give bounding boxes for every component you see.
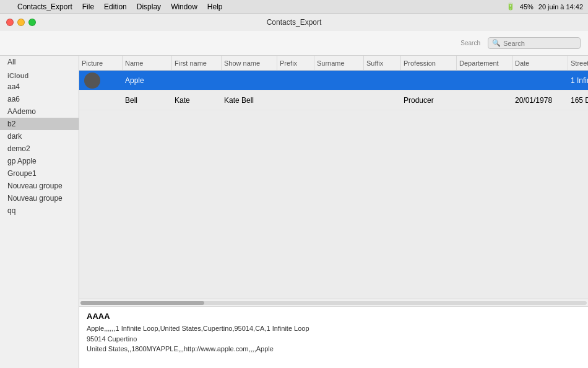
sidebar-item-aa6[interactable]: aa6: [0, 93, 79, 105]
row-bell-profession: Producer: [401, 90, 457, 110]
col-header-date: Date: [512, 56, 568, 70]
sidebar-item-groupe1[interactable]: Groupe1: [0, 167, 79, 180]
datetime: 20 juin à 14:42: [538, 3, 583, 11]
row-apple-firstname: [172, 71, 222, 90]
battery-level: 45%: [520, 3, 534, 11]
detail-line-2: United States,,1800MYAPPLE,,,http://www.…: [87, 344, 581, 354]
row-bell-prefix: [277, 90, 314, 110]
row-apple-name: Apple: [123, 71, 172, 90]
row-bell-name: Bell: [123, 90, 172, 110]
maximize-button[interactable]: [28, 19, 36, 26]
sidebar-item-qq[interactable]: qq: [0, 204, 79, 217]
col-header-firstname: First name: [172, 56, 222, 70]
menubar-right: 🔋 45% 20 juin à 14:42: [506, 2, 583, 11]
scrollbar-track: [80, 301, 587, 305]
contact-main: Picture Name First name Show name Prefix…: [79, 56, 588, 368]
detail-name: AAAA: [87, 312, 581, 321]
apple-logo-icon: [84, 72, 100, 89]
table-header: Picture Name First name Show name Prefix…: [79, 56, 588, 71]
row-apple-showname: [222, 71, 277, 90]
horizontal-scrollbar[interactable]: [79, 299, 588, 306]
row-apple-suffix: [364, 71, 401, 90]
detail-line-1: 95014 Cupertino: [87, 334, 581, 344]
row-bell-surname: [314, 90, 364, 110]
toolbar: Search 🔍: [0, 31, 588, 56]
sidebar-item-dark[interactable]: dark: [0, 130, 79, 142]
col-header-surname: Surname: [314, 56, 364, 70]
app-name-menu[interactable]: Contacts_Export: [17, 2, 72, 11]
menu-window[interactable]: Window: [171, 2, 197, 11]
row-apple-prefix: [277, 71, 314, 90]
row-apple-dept: [457, 71, 512, 90]
col-header-prefix: Prefix: [277, 56, 314, 70]
row-apple-date: [512, 71, 568, 90]
row-apple-surname: [314, 71, 364, 90]
row-bell-street: 165 Davis Stree: [568, 90, 588, 110]
col-header-dept: Departement: [457, 56, 512, 70]
menu-help[interactable]: Help: [207, 2, 223, 11]
col-header-name: Name: [123, 56, 172, 70]
menu-file[interactable]: File: [82, 2, 94, 11]
battery-icon: 🔋: [506, 2, 515, 11]
close-button[interactable]: [6, 19, 14, 26]
row-apple-profession: [401, 71, 457, 90]
sidebar-item-b2[interactable]: b2: [0, 118, 79, 130]
row-bell-showname: Kate Bell: [222, 90, 277, 110]
scrollbar-thumb[interactable]: [80, 301, 204, 305]
sidebar-item-aademo[interactable]: AAdemo: [0, 105, 79, 118]
search-label: Search: [460, 40, 480, 46]
sidebar: All iCloud aa4 aa6 AAdemo b2 dark demo2 …: [0, 56, 79, 368]
window-controls: [6, 19, 36, 26]
table-body: Apple 1 Infinite Loop United States Bell…: [79, 71, 588, 299]
search-input[interactable]: [503, 40, 576, 47]
table-row[interactable]: Apple 1 Infinite Loop United States: [79, 71, 588, 90]
row-bell-dept: [457, 90, 512, 110]
col-header-showname: Show name: [222, 56, 277, 70]
row-apple-street: 1 Infinite Loop: [568, 71, 588, 90]
sidebar-icloud-header: iCloud: [0, 68, 79, 81]
sidebar-item-nouveau-groupe-2[interactable]: Nouveau groupe: [0, 192, 79, 204]
row-bell-suffix: [364, 90, 401, 110]
sidebar-item-demo2[interactable]: demo2: [0, 142, 79, 155]
window-title: Contacts_Export: [267, 18, 322, 27]
col-header-street: Street: [568, 56, 588, 70]
menu-edition[interactable]: Edition: [104, 2, 127, 11]
minimize-button[interactable]: [17, 19, 25, 26]
col-header-suffix: Suffix: [364, 56, 401, 70]
row-bell-date: 20/01/1978: [512, 90, 568, 110]
table-row[interactable]: Bell Kate Kate Bell Producer 20/01/1978 …: [79, 90, 588, 110]
detail-line-0: Apple,,,,,,1 Infinite Loop,United States…: [87, 323, 581, 334]
row-bell-firstname: Kate: [172, 90, 222, 110]
sidebar-item-aa4[interactable]: aa4: [0, 81, 79, 93]
main-area: All iCloud aa4 aa6 AAdemo b2 dark demo2 …: [0, 56, 588, 368]
titlebar: Contacts_Export: [0, 14, 588, 31]
col-header-profession: Profession: [401, 56, 457, 70]
search-container: 🔍: [488, 37, 581, 49]
sidebar-item-all[interactable]: All: [0, 56, 79, 68]
menu-display[interactable]: Display: [137, 2, 161, 11]
sidebar-item-gp-apple[interactable]: gp Apple: [0, 155, 79, 167]
sidebar-item-nouveau-groupe-1[interactable]: Nouveau groupe: [0, 180, 79, 192]
menubar: Contacts_Export File Edition Display Win…: [0, 0, 588, 14]
search-icon: 🔍: [492, 39, 501, 47]
row-bell-picture: [79, 90, 123, 110]
row-apple-picture: [79, 71, 123, 90]
col-header-picture: Picture: [79, 56, 123, 70]
detail-area: AAAA Apple,,,,,,1 Infinite Loop,United S…: [79, 306, 588, 368]
